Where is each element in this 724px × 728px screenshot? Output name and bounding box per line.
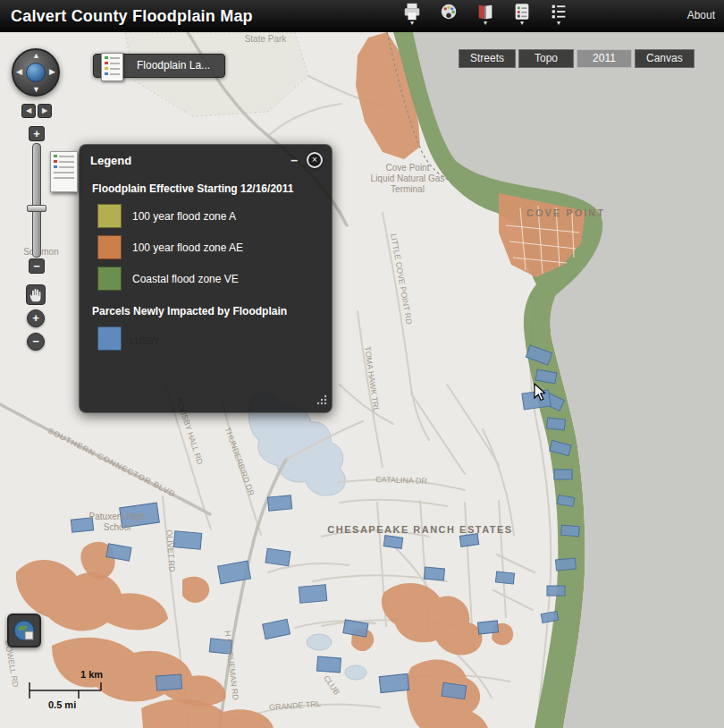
scalebar-km-label: 1 km [80,669,103,680]
overview-globe-icon [13,619,36,642]
header-toolbar: ▾ ▾ [400,2,570,30]
chevron-down-icon: ▾ [557,21,560,26]
chevron-down-icon: ▾ [410,21,414,26]
legend-item-zone-ae: 100 year flood zone AE [97,235,319,259]
application-window: State ParkCove PointLiquid Natural GasTe… [0,0,724,728]
basemap-button-streets[interactable]: Streets [459,49,516,68]
legend-section-heading: Parcels Newly Impacted by Floodplain [92,305,319,317]
swatch-flood-zone-a [97,204,122,228]
legend-item-label: 100 year flood zone AE [132,241,243,254]
legend-item-impacted-parcels [97,326,319,351]
legend-item-zone-a: 100 year flood zone A [97,204,319,228]
bookmarks-button[interactable]: ▾ [474,2,497,30]
floodplain-layers-label: Floodplain La... [137,59,210,72]
zoom-slider-handle[interactable] [27,205,46,212]
legend-panel: Legend – × Floodplain Effective Starting… [79,144,333,413]
zoom-slider[interactable] [32,143,41,258]
swatch-impacted-parcel [97,326,122,351]
zoom-in-button[interactable]: + [27,309,45,327]
overview-map-button[interactable] [7,614,41,648]
legend-section-heading: Floodplain Effective Starting 12/16/2011 [92,182,319,195]
basemap-switcher: StreetsTopo2011Canvas [459,49,695,68]
basemap-gallery-button[interactable] [437,2,460,30]
basemap-button-topo[interactable]: Topo [518,49,574,68]
pan-left-icon[interactable]: ◀ [16,67,22,76]
chevron-down-icon: ▾ [520,21,524,26]
pan-tool-button[interactable] [26,284,46,305]
pan-compass[interactable]: ▲ ▼ ◀ ▶ [12,48,60,97]
layer-list-button[interactable]: ▾ [510,2,534,30]
rotate-right-button[interactable]: ▶ [38,104,52,118]
legend-panel-header[interactable]: Legend – × [80,145,332,172]
resize-grip[interactable] [316,393,327,409]
globe-icon[interactable] [26,63,46,82]
header-bar: Calvert County Floodplain Map ▾ [0,0,724,32]
about-link[interactable]: About [687,9,715,21]
legend-item-label: Coastal flood zone VE [132,273,239,285]
close-button[interactable]: × [307,152,323,168]
layer-page-icon [101,53,123,81]
floodplain-layers-button[interactable]: Floodplain La... [93,54,225,78]
legend-body: Floodplain Effective Starting 12/16/2011… [80,172,332,351]
basemap-button-canvas[interactable]: Canvas [635,49,695,68]
pan-up-icon[interactable]: ▲ [32,51,40,60]
rotate-left-button[interactable]: ◀ [21,104,36,118]
slider-zoom-out-button[interactable]: − [29,258,45,274]
legend-thumbnail[interactable] [50,151,78,192]
legend-item-label: 100 year flood zone A [132,210,236,223]
pan-down-icon[interactable]: ▼ [32,85,40,94]
hand-icon [29,287,43,303]
scalebar: 1 km 0.5 mi [27,669,116,714]
print-button[interactable]: ▾ [400,2,424,30]
zoom-out-button[interactable]: − [27,333,45,351]
page-title: Calvert County Floodplain Map [0,7,253,26]
palette-icon [439,2,459,21]
scalebar-mi-label: 0.5 mi [48,699,76,710]
legend-list-button[interactable]: ▾ [547,2,570,30]
slider-zoom-in-button[interactable]: + [29,126,45,141]
legend-title: Legend [90,154,290,167]
rotate-controls: ◀ ▶ [21,104,52,118]
minimize-button[interactable]: – [290,153,298,167]
legend-item-zone-ve: Coastal flood zone VE [97,267,319,291]
basemap-button-2011[interactable]: 2011 [577,49,632,68]
swatch-coastal-zone-ve [97,267,122,291]
swatch-flood-zone-ae [97,235,122,259]
chevron-down-icon: ▾ [484,21,487,26]
pan-right-icon[interactable]: ▶ [49,67,55,76]
